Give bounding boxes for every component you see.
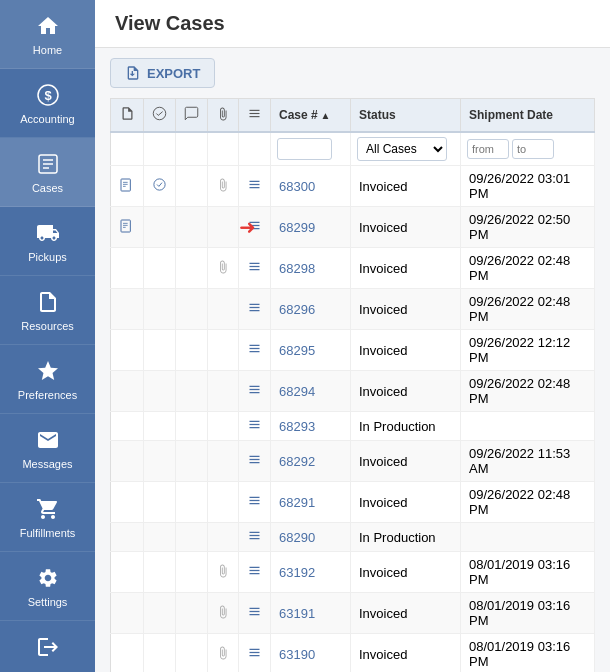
cell-menu-icon[interactable]	[239, 482, 271, 523]
sidebar-item-accounting[interactable]: $ Accounting	[0, 69, 95, 138]
sidebar-item-preferences[interactable]: Preferences	[0, 345, 95, 414]
sidebar-item-resources[interactable]: Resources	[0, 276, 95, 345]
sidebar-item-logout[interactable]	[0, 621, 95, 672]
cell-menu-icon[interactable]	[239, 166, 271, 207]
main-content: View Cases EXPORT	[95, 0, 610, 672]
date-from-filter[interactable]	[467, 139, 509, 159]
cell-case-num[interactable]: 68296	[271, 289, 351, 330]
cell-shipment-date: 09/26/2022 12:12 PM	[461, 330, 595, 371]
table-row[interactable]: 63191Invoiced08/01/2019 03:16 PM	[111, 593, 595, 634]
paperclip-icon	[216, 178, 230, 192]
sidebar-item-cases[interactable]: Cases	[0, 138, 95, 207]
cell-status: Invoiced	[351, 166, 461, 207]
cell-case-num[interactable]: 63192	[271, 552, 351, 593]
cell-attach-icon	[208, 248, 239, 289]
sidebar-item-fulfillments[interactable]: Fulfillments	[0, 483, 95, 552]
th-case-num[interactable]: Case #	[271, 99, 351, 133]
sidebar-item-home[interactable]: Home	[0, 0, 95, 69]
cell-case-num[interactable]: 68298	[271, 248, 351, 289]
case-link[interactable]: 68295	[279, 343, 315, 358]
cell-menu-icon[interactable]	[239, 248, 271, 289]
cell-doc-icon	[111, 593, 144, 634]
cell-doc-icon	[111, 482, 144, 523]
cell-menu-icon[interactable]	[239, 371, 271, 412]
cell-case-num[interactable]: 63191	[271, 593, 351, 634]
table-row[interactable]: 68299➜Invoiced09/26/2022 02:50 PM	[111, 207, 595, 248]
sidebar-item-settings[interactable]: Settings	[0, 552, 95, 621]
cell-attach-icon	[208, 523, 239, 552]
cell-menu-icon[interactable]	[239, 412, 271, 441]
cell-status: Invoiced	[351, 552, 461, 593]
case-link[interactable]: 68293	[279, 419, 315, 434]
export-button[interactable]: EXPORT	[110, 58, 215, 88]
cases-table-container[interactable]: Case # Status Shipment Date All Cases In…	[95, 98, 610, 672]
cell-menu-icon[interactable]	[239, 441, 271, 482]
sidebar-label-preferences: Preferences	[18, 389, 77, 401]
table-row[interactable]: 68290In Production	[111, 523, 595, 552]
case-link[interactable]: 63190	[279, 647, 315, 662]
case-link[interactable]: 63191	[279, 606, 315, 621]
sidebar-item-pickups[interactable]: Pickups	[0, 207, 95, 276]
cell-doc-icon	[111, 412, 144, 441]
hamburger-icon	[247, 563, 262, 578]
sidebar-label-messages: Messages	[22, 458, 72, 470]
table-row[interactable]: 68300Invoiced09/26/2022 03:01 PM	[111, 166, 595, 207]
table-row[interactable]: 68293In Production	[111, 412, 595, 441]
cell-check-icon	[144, 523, 176, 552]
table-row[interactable]: 68292Invoiced09/26/2022 11:53 AM	[111, 441, 595, 482]
case-link[interactable]: 68298	[279, 261, 315, 276]
cell-case-num[interactable]: 68290	[271, 523, 351, 552]
cell-case-num[interactable]: 68292	[271, 441, 351, 482]
cell-menu-icon[interactable]	[239, 634, 271, 673]
case-link[interactable]: 68290	[279, 530, 315, 545]
table-row[interactable]: 63190Invoiced08/01/2019 03:16 PM	[111, 634, 595, 673]
table-row[interactable]: 68295Invoiced09/26/2022 12:12 PM	[111, 330, 595, 371]
sidebar-item-messages[interactable]: Messages	[0, 414, 95, 483]
table-row[interactable]: 68294Invoiced09/26/2022 02:48 PM	[111, 371, 595, 412]
cell-shipment-date: 09/26/2022 02:48 PM	[461, 482, 595, 523]
hamburger-icon	[247, 452, 262, 467]
case-link[interactable]: 68300	[279, 179, 315, 194]
case-num-filter[interactable]	[277, 138, 332, 160]
case-link[interactable]: 68299	[279, 220, 315, 235]
table-row[interactable]: 68298Invoiced09/26/2022 02:48 PM	[111, 248, 595, 289]
cell-doc-icon	[111, 552, 144, 593]
cell-case-num[interactable]: 68299➜	[271, 207, 351, 248]
cell-msg-icon	[176, 523, 208, 552]
case-link[interactable]: 68291	[279, 495, 315, 510]
cell-case-num[interactable]: 68291	[271, 482, 351, 523]
th-status[interactable]: Status	[351, 99, 461, 133]
preferences-icon	[34, 357, 62, 385]
messages-icon	[34, 426, 62, 454]
cell-menu-icon[interactable]	[239, 330, 271, 371]
cell-case-num[interactable]: 68293	[271, 412, 351, 441]
table-row[interactable]: 63192Invoiced08/01/2019 03:16 PM	[111, 552, 595, 593]
date-to-filter[interactable]	[512, 139, 554, 159]
cell-menu-icon[interactable]	[239, 593, 271, 634]
th-check-icon	[144, 99, 176, 133]
cell-menu-icon[interactable]	[239, 207, 271, 248]
table-row[interactable]: 68291Invoiced09/26/2022 02:48 PM	[111, 482, 595, 523]
cell-case-num[interactable]: 68295	[271, 330, 351, 371]
case-link[interactable]: 63192	[279, 565, 315, 580]
case-link[interactable]: 68294	[279, 384, 315, 399]
cell-menu-icon[interactable]	[239, 523, 271, 552]
cell-case-num[interactable]: 63190	[271, 634, 351, 673]
table-row[interactable]: 68296Invoiced09/26/2022 02:48 PM	[111, 289, 595, 330]
check-circle-icon	[152, 177, 167, 192]
cell-msg-icon	[176, 482, 208, 523]
cell-case-num[interactable]: 68300	[271, 166, 351, 207]
cell-menu-icon[interactable]	[239, 552, 271, 593]
cell-menu-icon[interactable]	[239, 289, 271, 330]
case-link[interactable]: 68296	[279, 302, 315, 317]
th-shipment-date[interactable]: Shipment Date	[461, 99, 595, 133]
fulfillments-icon	[34, 495, 62, 523]
resources-icon	[34, 288, 62, 316]
doc-icon	[119, 177, 135, 193]
cell-attach-icon	[208, 371, 239, 412]
cell-case-num[interactable]: 68294	[271, 371, 351, 412]
status-filter[interactable]: All Cases Invoiced In Production	[357, 137, 447, 161]
cell-doc-icon	[111, 248, 144, 289]
case-link[interactable]: 68292	[279, 454, 315, 469]
th-attach-icon	[208, 99, 239, 133]
